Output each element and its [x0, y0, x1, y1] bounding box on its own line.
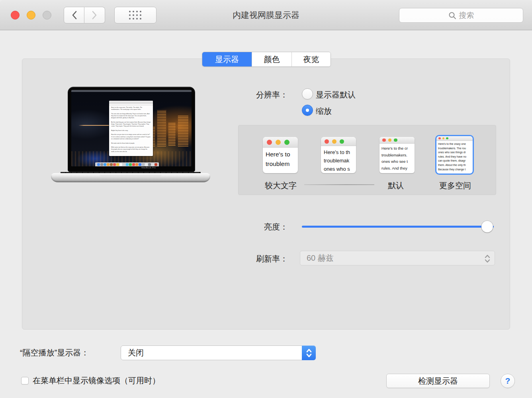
label-larger-text: 较大文字	[261, 180, 301, 191]
radio-scaled-label[interactable]: 缩放	[316, 106, 332, 117]
mini-bridge-lights	[78, 125, 113, 126]
back-button[interactable]	[64, 7, 84, 23]
tab-bar: 显示器 颜色 夜览	[202, 52, 331, 67]
popup-arrows-cap	[302, 345, 316, 360]
nav-button-group	[64, 7, 105, 23]
chevron-up-down-icon	[484, 254, 491, 265]
mini-document-text: Here's to the crazy ones. The misfits. T…	[109, 105, 153, 154]
help-button[interactable]: ?	[501, 374, 515, 388]
search-input[interactable]: 搜索	[399, 8, 523, 23]
label-more-space: 更多空间	[435, 180, 475, 191]
airplay-value: 关闭	[128, 346, 144, 360]
mirroring-option-row: 在菜单栏中显示镜像选项（可用时）	[21, 375, 160, 386]
brightness-label: 亮度：	[168, 222, 288, 232]
radio-scaled[interactable]	[302, 105, 313, 116]
zoom-window-button	[43, 11, 51, 20]
radio-default-for-display[interactable]	[302, 88, 313, 100]
show-mirroring-label[interactable]: 在菜单栏中显示镜像选项（可用时）	[33, 375, 160, 386]
scaled-resolutions-panel: Here's to troublem Here's to th troublem…	[238, 125, 496, 195]
brightness-slider[interactable]	[302, 220, 494, 232]
show-all-preferences-button[interactable]	[114, 7, 156, 23]
scale-option-larger-text[interactable]: Here's to troublem	[263, 137, 298, 173]
refresh-rate-label: 刷新率：	[168, 254, 288, 264]
close-window-button[interactable]	[11, 11, 20, 20]
airplay-dropdown[interactable]: 关闭	[121, 345, 316, 360]
mini-textedit-window: Here's to the crazy ones. The misfits. T…	[109, 101, 153, 156]
detect-displays-button[interactable]: 检测显示器	[386, 374, 490, 388]
dock	[95, 162, 159, 166]
macbook-display-wallpaper: Here's to the crazy ones. The misfits. T…	[71, 90, 192, 166]
scale-option-more-space-selected[interactable]: Here's to the crazy one troublemakers. T…	[435, 135, 474, 175]
show-mirroring-checkbox[interactable]	[21, 377, 29, 384]
chevron-up-down-icon	[306, 348, 312, 358]
brightness-track[interactable]	[302, 226, 494, 228]
chevron-right-icon	[92, 11, 97, 20]
chevron-left-icon	[72, 11, 77, 20]
refresh-rate-value: 60 赫兹	[307, 253, 334, 263]
scale-option-2[interactable]: Here's to th troublemak ones who s	[321, 137, 356, 173]
airplay-display-label: “隔空播放”显示器：	[20, 345, 89, 360]
brightness-knob[interactable]	[481, 221, 493, 232]
resolution-label: 分辨率：	[168, 90, 288, 100]
macbook-lid-notch	[99, 173, 162, 176]
window-titlebar: 内建视网膜显示器 搜索	[0, 0, 532, 30]
label-default: 默认	[376, 180, 416, 191]
scale-option-default[interactable]: Here's to the cr troublemakers. ones who…	[379, 137, 415, 173]
search-placeholder: 搜索	[459, 10, 474, 21]
macbook-pro-label: MacBook Pro	[85, 166, 212, 169]
tab-display[interactable]: 显示器	[202, 52, 252, 66]
minimize-window-button[interactable]	[27, 11, 35, 20]
tab-color[interactable]: 颜色	[252, 52, 291, 66]
grid-icon	[128, 10, 143, 20]
radio-default-label[interactable]: 显示器默认	[316, 90, 356, 100]
scale-track-line	[304, 184, 374, 185]
tab-night-shift[interactable]: 夜览	[291, 52, 331, 66]
forward-button	[84, 7, 105, 23]
refresh-rate-dropdown[interactable]: 60 赫兹	[300, 251, 495, 265]
search-icon	[448, 12, 456, 20]
macbook-illustration: Here's to the crazy ones. The misfits. T…	[51, 87, 210, 183]
